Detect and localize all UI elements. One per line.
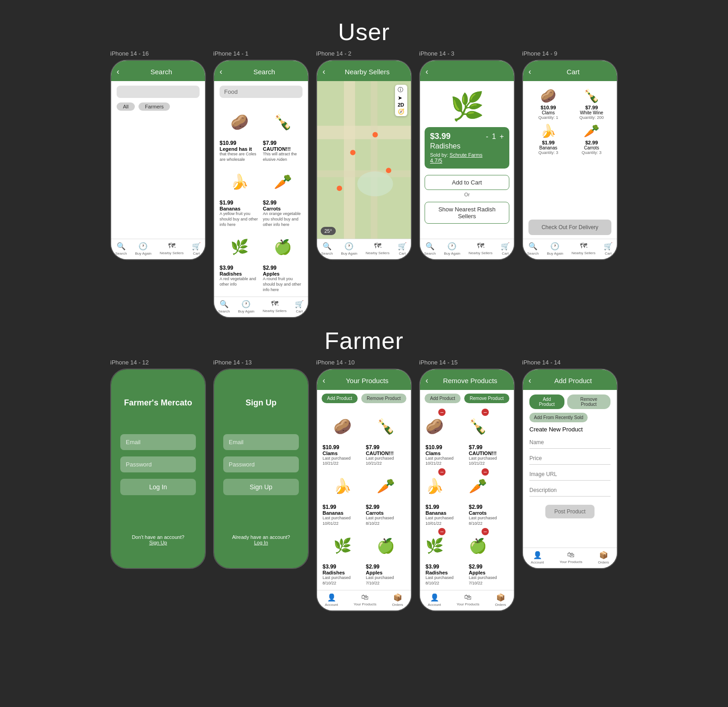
back-arrow-16[interactable]: ‹: [117, 67, 119, 77]
product-img-wine: 🍾: [263, 106, 302, 138]
remove-product-btn-15[interactable]: Remove Product: [464, 394, 509, 403]
nav-nearby-16[interactable]: 🗺Nearby Sellers: [159, 242, 183, 256]
product-card-potatoes[interactable]: 🥔 $10.99 Legend has it that these are Co…: [220, 106, 259, 162]
nav-nearby-3[interactable]: 🗺Nearby Sellers: [468, 242, 492, 256]
nav-buy-again-9[interactable]: 🕐Buy Again: [547, 242, 563, 256]
nav-search-2[interactable]: 🔍Search: [321, 242, 333, 256]
signup-email-input[interactable]: [223, 434, 299, 450]
signup-password-input[interactable]: [223, 456, 299, 472]
map-controls[interactable]: ⓘ ➤ 2D 🧭: [395, 85, 407, 116]
farmer-nav-products-10[interactable]: 🛍Your Products: [354, 593, 376, 607]
remove-icon-bananas[interactable]: –: [438, 468, 446, 476]
remove-icon-clams[interactable]: –: [438, 409, 446, 416]
header-1: ‹ Search: [214, 61, 308, 81]
back-arrow-3[interactable]: ‹: [426, 67, 428, 77]
remove-icon-carrots[interactable]: –: [482, 468, 489, 476]
farmer-login-btn[interactable]: Log In: [120, 479, 196, 495]
your-product-apples[interactable]: 🍏 $2.99 Apples Last purchased 7/10/22: [366, 530, 405, 586]
nav-nearby-2[interactable]: 🗺Nearby Sellers: [365, 242, 389, 256]
remove-icon-radishes[interactable]: –: [438, 528, 446, 535]
back-arrow-10[interactable]: ‹: [323, 376, 325, 385]
phone-label-14: iPhone 14 - 14: [522, 359, 561, 366]
remove-product-bananas[interactable]: 🍌 – $1.99 Bananas Last purchased 10/01/2…: [426, 470, 465, 526]
qty-control[interactable]: - 1 +: [486, 133, 504, 141]
add-from-recently-sold-btn[interactable]: Add From Recently Sold: [529, 413, 588, 422]
farmer-nav-account-15[interactable]: 👤Account: [428, 593, 441, 607]
nav-search-9[interactable]: 🔍Search: [527, 242, 538, 256]
farmer-app-title: Farmer's Mercato: [124, 398, 192, 408]
show-nearest-sellers-btn[interactable]: Show Nearest Radish Sellers: [425, 202, 509, 224]
add-to-cart-btn[interactable]: Add to Cart: [425, 175, 509, 190]
search-input-16[interactable]: [117, 86, 200, 98]
filter-all-16[interactable]: All: [117, 102, 135, 111]
nav-search-3[interactable]: 🔍Search: [424, 242, 436, 256]
your-product-clams[interactable]: 🥔 $10.99 Clams Last purchased 10/21/22: [323, 410, 362, 466]
farmer-nav-orders-14[interactable]: 📦Orders: [598, 551, 609, 564]
qty-minus[interactable]: -: [486, 133, 488, 141]
product-card-bananas[interactable]: 🍌 $1.99 Bananas A yellow fruit you shoul…: [220, 166, 259, 227]
login-link[interactable]: Log In: [254, 540, 268, 545]
remove-product-pill-btn[interactable]: Remove Product: [567, 394, 610, 409]
phone-label-15: iPhone 14 - 15: [419, 359, 458, 366]
your-product-carrots[interactable]: 🥕 $2.99 Carrots Last purchased 8/10/22: [366, 470, 405, 526]
filter-farmers-16[interactable]: Farmers: [138, 102, 170, 111]
your-product-bananas[interactable]: 🍌 $1.99 Bananas Last purchased 10/01/22: [323, 470, 362, 526]
remove-product-wine[interactable]: 🍾 – $7.99 CAUTION!!! Last purchased 10/2…: [469, 410, 508, 466]
nav-buy-again-3[interactable]: 🕐Buy Again: [444, 242, 460, 256]
farmer-nav-orders-15[interactable]: 📦Orders: [495, 593, 506, 607]
nav-search-16[interactable]: 🔍Search: [115, 242, 127, 256]
farmer-nav-account-14[interactable]: 👤Account: [531, 551, 544, 564]
add-product-btn-15[interactable]: Add Product: [425, 394, 461, 403]
farmer-password-input[interactable]: [120, 456, 196, 472]
nav-cart-3[interactable]: 🛒Cart: [501, 242, 510, 256]
nav-search-1[interactable]: 🔍Search: [218, 300, 230, 313]
product-card-apples[interactable]: 🍏 $2.99 Apples A round fruit you should …: [263, 231, 302, 292]
new-product-price-field[interactable]: [529, 452, 610, 465]
seller-rating[interactable]: 4.7/5: [430, 158, 504, 164]
back-arrow-9[interactable]: ‹: [528, 67, 531, 77]
remove-product-carrots[interactable]: 🥕 – $2.99 Carrots Last purchased 8/10/22: [469, 470, 508, 526]
back-arrow-2[interactable]: ‹: [323, 67, 325, 77]
remove-product-clams[interactable]: 🥔 – $10.99 Clams Last purchased 10/21/22: [426, 410, 465, 466]
remove-icon-apples[interactable]: –: [482, 528, 489, 535]
new-product-description-field[interactable]: [529, 484, 610, 497]
farmer-signup-link[interactable]: Sign Up: [149, 540, 167, 545]
new-product-name-field[interactable]: [529, 436, 610, 449]
nav-buy-again-1[interactable]: 🕐Buy Again: [238, 300, 254, 313]
nav-buy-again-2[interactable]: 🕐Buy Again: [341, 242, 357, 256]
nav-cart-2[interactable]: 🛒Cart: [398, 242, 407, 256]
add-product-btn-10[interactable]: Add Product: [322, 394, 358, 403]
nav-cart-9[interactable]: 🛒Cart: [604, 242, 613, 256]
checkout-btn[interactable]: Check Out For Delivery: [528, 220, 611, 235]
back-arrow-14[interactable]: ‹: [528, 376, 531, 385]
post-product-btn[interactable]: Post Product: [545, 505, 595, 518]
farmer-nav-products-15[interactable]: 🛍Your Products: [456, 593, 479, 607]
nav-nearby-1[interactable]: 🗺Nearby Sellers: [262, 300, 286, 313]
nav-nearby-9[interactable]: 🗺Nearby Sellers: [571, 242, 595, 256]
search-input-1[interactable]: [220, 86, 302, 98]
nav-buy-again-16[interactable]: 🕐Buy Again: [135, 242, 151, 256]
remove-product-btn-10[interactable]: Remove Product: [361, 394, 406, 403]
remove-icon-wine[interactable]: –: [482, 409, 489, 416]
product-card-radishes[interactable]: 🌿 $3.99 Radishes A red vegetable and oth…: [220, 231, 259, 292]
your-product-radishes[interactable]: 🌿 $3.99 Radishes Last purchased 8/10/22: [323, 530, 362, 586]
product-card-wine[interactable]: 🍾 $7.99 CAUTION!!! This will attract the…: [263, 106, 302, 162]
nav-cart-16[interactable]: 🛒Cart: [192, 242, 201, 256]
farmer-email-input[interactable]: [120, 434, 196, 450]
your-product-wine[interactable]: 🍾 $7.99 CAUTION!!! Last purchased 10/21/…: [366, 410, 405, 466]
add-product-pill-btn[interactable]: Add Product: [529, 394, 564, 409]
nav-cart-1[interactable]: 🛒Cart: [295, 300, 304, 313]
farmer-nav-account-10[interactable]: 👤Account: [325, 593, 338, 607]
farmer-nav-orders-10[interactable]: 📦Orders: [392, 593, 403, 607]
signup-btn[interactable]: Sign Up: [223, 479, 299, 495]
remove-product-apples[interactable]: 🍏 – $2.99 Apples Last purchased 7/10/22: [469, 530, 508, 586]
qty-plus[interactable]: +: [500, 133, 504, 141]
new-product-image-url-field[interactable]: [529, 468, 610, 481]
back-arrow-1[interactable]: ‹: [220, 67, 222, 77]
back-arrow-15[interactable]: ‹: [426, 376, 428, 385]
seller-link[interactable]: Schrute Farms: [450, 152, 482, 158]
remove-product-radishes[interactable]: 🌿 – $3.99 Radishes Last purchased 8/10/2…: [426, 530, 465, 586]
product-card-carrots[interactable]: 🥕 $2.99 Carrots An orange vegetable you …: [263, 166, 302, 227]
farmer-nav-products-14[interactable]: 🛍Your Products: [559, 551, 582, 564]
phone-label-9: iPhone 14 - 9: [522, 50, 557, 57]
